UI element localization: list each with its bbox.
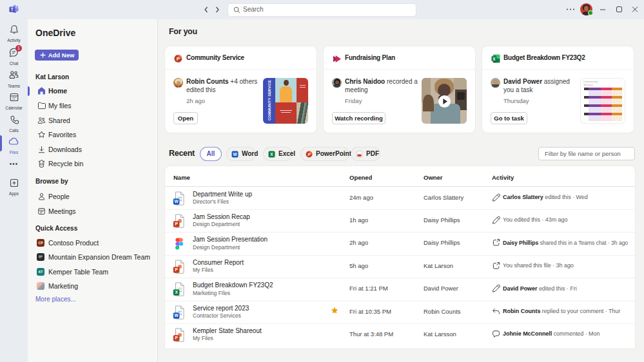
svg-text:X: X: [270, 152, 273, 157]
svg-text:P: P: [307, 153, 310, 157]
svg-text:P: P: [177, 56, 180, 62]
svg-text:W: W: [233, 152, 237, 157]
svg-text:T: T: [10, 7, 14, 12]
svg-text:X: X: [493, 57, 496, 61]
